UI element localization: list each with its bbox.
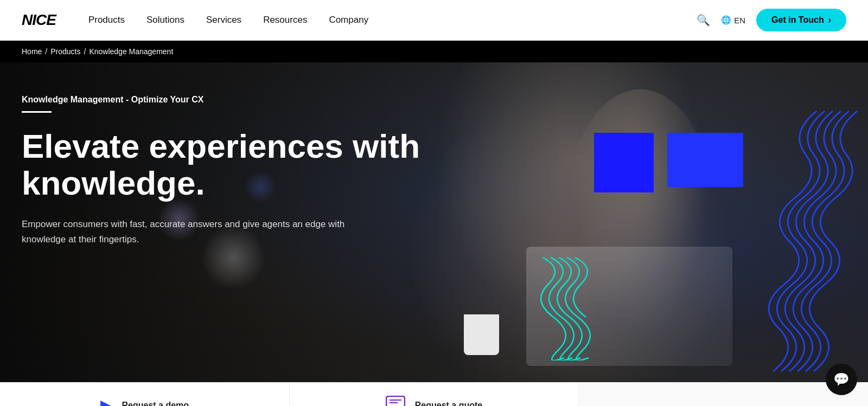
- hero-subtitle: Knowledge Management - Optimize Your CX: [22, 95, 434, 105]
- breadcrumb-sep2: /: [84, 47, 86, 56]
- wave-cyan: [537, 252, 608, 360]
- hero-section: Knowledge Management - Optimize Your CX …: [0, 62, 868, 382]
- breadcrumb-current: Knowledge Management: [89, 47, 173, 56]
- search-icon[interactable]: 🔍: [697, 14, 710, 27]
- breadcrumb-home[interactable]: Home: [22, 47, 42, 56]
- breadcrumb-sep1: /: [45, 47, 47, 56]
- blue-rect-2: [667, 133, 743, 187]
- hero-title: Elevate experiences with knowledge.: [22, 128, 434, 202]
- cta-arrow: ›: [828, 15, 831, 25]
- quote-icon: [386, 396, 405, 406]
- svg-rect-0: [386, 396, 405, 406]
- hero-divider: [22, 111, 52, 113]
- breadcrumb-products[interactable]: Products: [50, 47, 80, 56]
- bottom-item-quote[interactable]: Request a quote: [290, 383, 579, 406]
- nav-products[interactable]: Products: [88, 15, 125, 25]
- chat-widget[interactable]: 💬: [826, 364, 857, 395]
- breadcrumb: Home / Products / Knowledge Management: [0, 41, 868, 62]
- nav-services[interactable]: Services: [206, 15, 241, 25]
- hero-content: Knowledge Management - Optimize Your CX …: [22, 95, 434, 247]
- get-in-touch-button[interactable]: Get in Touch ›: [756, 9, 846, 31]
- chat-icon: 💬: [833, 372, 850, 387]
- language-selector[interactable]: 🌐 EN: [721, 15, 745, 25]
- blue-rect-1: [594, 133, 654, 192]
- quote-label: Request a quote: [415, 401, 482, 407]
- coffee-cup: [464, 314, 499, 355]
- navbar: NICE Products Solutions Services Resourc…: [0, 0, 868, 41]
- language-label: EN: [734, 16, 745, 25]
- globe-icon: 🌐: [721, 15, 731, 25]
- logo[interactable]: NICE: [22, 11, 56, 29]
- nav-company[interactable]: Company: [329, 15, 368, 25]
- nav-resources[interactable]: Resources: [263, 15, 307, 25]
- bottom-item-placeholder: [579, 383, 868, 406]
- nav-solutions[interactable]: Solutions: [146, 15, 184, 25]
- hero-description: Empower consumers with fast, accurate an…: [22, 217, 347, 246]
- bottom-item-demo[interactable]: ▶ Request a demo: [0, 383, 290, 406]
- wave-right: [749, 106, 868, 377]
- demo-label: Request a demo: [122, 401, 189, 407]
- bottom-bar: ▶ Request a demo Request a quote: [0, 382, 868, 406]
- cta-label: Get in Touch: [771, 15, 824, 25]
- demo-play-icon: ▶: [100, 396, 112, 406]
